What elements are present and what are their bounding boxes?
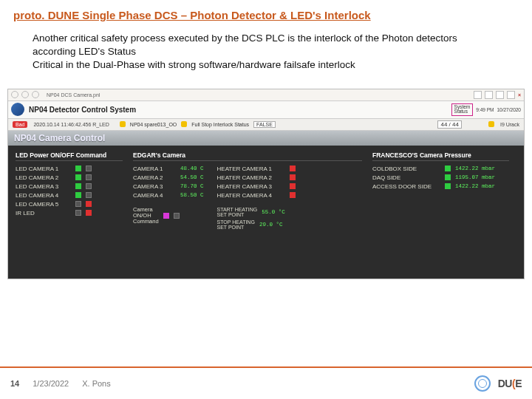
heater-label: HEATER CAMERA 2: [217, 174, 285, 181]
led-row: LED CAMERA 5: [16, 201, 123, 208]
camera-control-panel: LED Power ON/OFF Command LED CAMERA 1 LE…: [8, 146, 524, 279]
camera-row: CAMERA 458.50 C: [133, 192, 204, 199]
status-on-icon[interactable]: [75, 201, 81, 207]
status-off-icon[interactable]: [86, 183, 92, 189]
pressure-status-icon: [445, 166, 451, 171]
dune-logo-part2: E: [515, 378, 522, 389]
forward-icon[interactable]: [21, 91, 29, 98]
pressure-label: ACCESS DOOR SIDE: [372, 183, 440, 190]
toolbar-button-4[interactable]: [507, 91, 515, 99]
heater-row: HEATER CAMERA 4: [217, 192, 296, 199]
led-row: LED CAMERA 1: [16, 166, 123, 172]
footer-date: 1/23/2022: [33, 379, 69, 388]
pressure-status-icon: [445, 183, 451, 189]
body-line-2: Critical in the Dual-Phase with strong s…: [33, 58, 502, 72]
body-text: Another critical safety process executed…: [0, 21, 532, 72]
heater-label: HEATER CAMERA 3: [217, 183, 285, 190]
interlock-value: FALSE: [253, 121, 276, 128]
led-label: LED CAMERA 4: [16, 192, 71, 199]
app-logo-icon: [11, 103, 24, 116]
toolbar-button-3[interactable]: [496, 91, 504, 99]
col-title-edgar: EDGAR's Camera: [133, 151, 362, 161]
pressure-row: ACCESS DOOR SIDE1422.22 mbar: [372, 183, 509, 190]
setpoint-label: START HEATING SET POINT: [217, 207, 258, 217]
dune-logo: DU(E: [498, 378, 522, 389]
camera-row: CAMERA 254.50 C: [133, 174, 204, 181]
status-on-icon[interactable]: [75, 166, 81, 171]
pressure-value: 1195.07 mbar: [455, 174, 495, 180]
pressure-label: DAQ SIDE: [372, 174, 440, 181]
col-title-led: LED Power ON/OFF Command: [16, 151, 123, 161]
interlock-label: Full Stop Interlock Status: [191, 122, 249, 127]
cmd-off-icon[interactable]: [174, 213, 180, 219]
camera-temp: 48.40 C: [180, 166, 204, 171]
setpoint-label: STOP HEATING SET POINT: [217, 219, 255, 230]
camera-onoff-cmd: Camera ON/OH Command: [133, 207, 204, 225]
warning-dot-icon-3: [488, 121, 494, 127]
window-toolbar: NP04 DCS Camera.pnl ×: [8, 89, 524, 101]
col-title-pressure: FRANCESCO'S Camera Pressure: [372, 151, 509, 161]
toolbar-tab-label: NP04 DCS Camera.pnl: [47, 92, 100, 98]
close-icon[interactable]: ×: [518, 92, 521, 98]
warning-dot-icon-2: [181, 121, 187, 127]
toolbar-button-1[interactable]: [474, 91, 482, 99]
status-off-icon[interactable]: [86, 201, 92, 207]
pressure-row: COLDBOX SIDE1422.22 mbar: [372, 166, 509, 172]
toolbar-button-2[interactable]: [485, 91, 493, 99]
pressure-value: 1422.22 mbar: [455, 166, 495, 171]
pressure-status-icon: [445, 174, 451, 180]
status-off-icon[interactable]: [86, 210, 92, 216]
urack-label: I9 Urack: [500, 122, 519, 127]
heater-status-icon: [290, 183, 296, 189]
status-on-icon[interactable]: [75, 210, 81, 216]
led-row: LED CAMERA 2: [16, 174, 123, 181]
led-label: LED CAMERA 1: [16, 166, 71, 172]
setpoint-row: STOP HEATING SET POINT29.0 °C: [217, 219, 296, 230]
heater-row: HEATER CAMERA 2: [217, 174, 296, 181]
heater-status-icon: [290, 166, 296, 171]
heater-row: HEATER CAMERA 3: [217, 183, 296, 190]
body-line-1: Another critical safety process executed…: [33, 32, 502, 58]
led-label: LED CAMERA 2: [16, 174, 71, 181]
dcs-screenshot: NP04 DCS Camera.pnl × NP04 Detector Cont…: [7, 89, 525, 279]
led-label: LED CAMERA 5: [16, 201, 71, 208]
pressure-row: DAQ SIDE1195.07 mbar: [372, 174, 509, 181]
led-label: LED CAMERA 3: [16, 183, 71, 190]
status-on-icon[interactable]: [75, 183, 81, 189]
clock-time: 9:49 PM: [476, 107, 494, 112]
counter-field: 44 / 44: [437, 120, 461, 129]
heater-label: HEATER CAMERA 4: [217, 192, 285, 199]
slide-footer: 14 1/23/2022 X. Pons DU(E: [0, 366, 532, 399]
heater-row: HEATER CAMERA 1: [217, 166, 296, 172]
led-row: LED CAMERA 3: [16, 183, 123, 190]
camera-label: CAMERA 2: [133, 174, 176, 181]
system-title: NP04 Detector Control System: [29, 106, 136, 114]
camera-temp: 58.50 C: [180, 192, 204, 198]
camera-temp: 54.50 C: [180, 174, 204, 180]
camera-temp: 78.70 C: [180, 183, 204, 189]
slide-title: proto. DUNE Single Phase DCS – Photon De…: [0, 0, 532, 21]
system-status-box: System Status: [451, 103, 474, 116]
status-badge: Bad: [13, 121, 27, 128]
badge-timestamp: 2020.10.14 11:46:42.456 R_LED: [33, 122, 109, 127]
app-header: NP04 Detector Control System System Stat…: [8, 101, 524, 119]
cmd-on-icon[interactable]: [163, 213, 169, 219]
status-on-icon[interactable]: [75, 174, 81, 180]
back-icon[interactable]: [11, 91, 18, 98]
spare-label: NP04 spare013_OO: [130, 122, 177, 127]
home-icon[interactable]: [32, 91, 39, 98]
status-on-icon[interactable]: [75, 192, 81, 198]
heater-status-icon: [290, 174, 296, 180]
heater-label: HEATER CAMERA 1: [217, 166, 285, 172]
setpoint-value: 55.0 °C: [262, 209, 285, 215]
status-off-icon[interactable]: [86, 166, 92, 171]
status-off-icon[interactable]: [86, 192, 92, 198]
page-number: 14: [10, 379, 19, 388]
status-off-icon[interactable]: [86, 174, 92, 180]
setpoint-value: 29.0 °C: [259, 222, 283, 228]
collaboration-logo-icon: [474, 375, 491, 392]
footer-author: X. Pons: [82, 379, 111, 388]
camera-label: CAMERA 3: [133, 183, 176, 190]
clock-date: 10/27/2020: [497, 107, 521, 112]
camera-label: CAMERA 4: [133, 192, 176, 199]
